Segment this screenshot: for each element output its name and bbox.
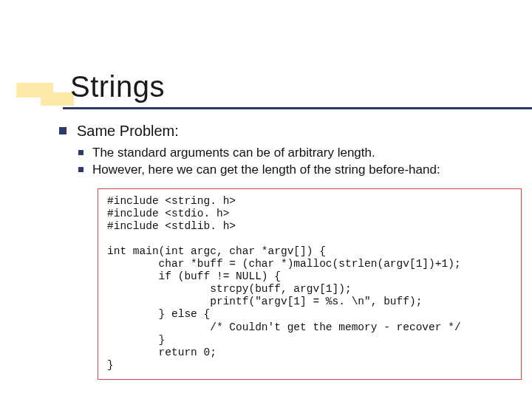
bullet-level2: The standard arguments can be of arbitra… bbox=[78, 145, 514, 160]
accent-block-small bbox=[41, 92, 74, 106]
code-listing-box: #include <string. h> #include <stdio. h>… bbox=[98, 188, 522, 381]
code-listing: #include <string. h> #include <stdio. h>… bbox=[107, 195, 512, 372]
square-bullet-icon bbox=[78, 167, 83, 172]
square-bullet-icon bbox=[78, 150, 83, 155]
slide-title: Strings bbox=[70, 70, 165, 103]
heading-text: Same Problem: bbox=[77, 122, 179, 140]
bullet-level1: Same Problem: bbox=[59, 122, 514, 140]
sub-bullets: The standard arguments can be of arbitra… bbox=[78, 145, 514, 178]
bullet-level2: However, here we can get the length of t… bbox=[78, 162, 514, 177]
square-bullet-icon bbox=[59, 127, 66, 134]
slide-content: Same Problem: The standard arguments can… bbox=[59, 122, 514, 380]
point-text: The standard arguments can be of arbitra… bbox=[92, 145, 375, 160]
point-text: However, here we can get the length of t… bbox=[92, 162, 440, 177]
title-underline bbox=[63, 107, 532, 109]
